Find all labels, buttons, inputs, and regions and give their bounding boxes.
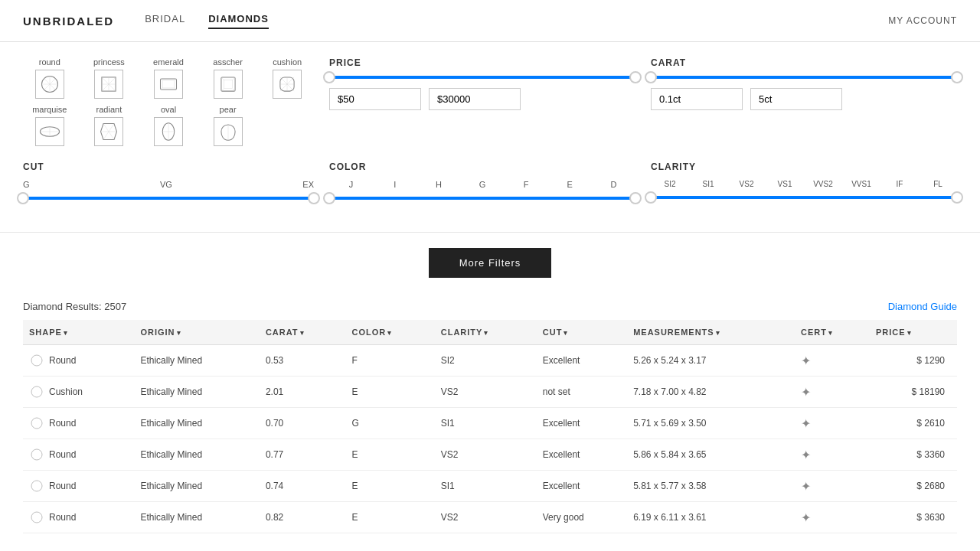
price-slider[interactable] — [329, 76, 635, 79]
nav-bridal[interactable]: BRIDAL — [145, 13, 185, 29]
shape-radiant[interactable]: radiant — [83, 105, 136, 146]
clarity-label-FL: FL — [919, 180, 957, 188]
svg-point-41 — [31, 449, 42, 460]
price-slider-left[interactable] — [323, 71, 335, 83]
nav-diamonds[interactable]: DIAMONDS — [208, 13, 269, 29]
clarity-slider-right[interactable] — [951, 191, 963, 204]
col-color[interactable]: COLOR▾ — [346, 320, 435, 345]
shape-pear[interactable]: pear — [201, 105, 255, 146]
cell-shape-1: Cushion — [23, 377, 134, 408]
shape-cell-icon-0 — [29, 353, 44, 368]
cut-label-ex: EX — [302, 180, 314, 189]
cell-origin-0: Ethically Mined — [134, 345, 259, 377]
col-cut[interactable]: CUT▾ — [537, 320, 627, 345]
svg-point-38 — [31, 355, 42, 366]
cell-measurements-0: 5.26 x 5.24 x 3.17 — [627, 345, 795, 377]
shape-label-pear: pear — [220, 105, 237, 114]
shape-princess[interactable]: princess — [83, 57, 136, 99]
shape-cell-5: Round — [29, 510, 128, 525]
shape-cell-0: Round — [29, 353, 128, 368]
shape-asscher[interactable]: asscher — [201, 57, 255, 99]
col-carat[interactable]: CARAT▾ — [260, 320, 346, 345]
clarity-label-VS1: VS1 — [766, 180, 804, 188]
price-inputs — [329, 88, 635, 110]
carat-slider[interactable] — [651, 76, 957, 79]
cut-labels: G VG EX — [23, 180, 314, 189]
color-slider-right[interactable] — [629, 192, 642, 204]
shape-cell-icon-4 — [29, 478, 44, 494]
shape-emerald[interactable]: emerald — [142, 57, 195, 99]
carat-min-input[interactable] — [651, 88, 743, 110]
carat-max-input[interactable] — [750, 88, 842, 110]
color-label-I: I — [373, 180, 416, 189]
price-slider-right[interactable] — [629, 71, 642, 83]
table-wrap: SHAPE▾ORIGIN▾CARAT▾COLOR▾CLARITY▾CUT▾MEA… — [0, 320, 980, 533]
col-measurements[interactable]: MEASUREMENTS▾ — [627, 320, 795, 345]
sort-arrow: ▾ — [300, 329, 305, 337]
cell-cut-3: Excellent — [537, 439, 627, 471]
carat-filter: CARAT — [651, 57, 957, 110]
shape-cell-4: Round — [29, 478, 128, 494]
cell-cut-1: not set — [537, 377, 627, 408]
table-row: Round Ethically Mined 0.82 E VS2 Very go… — [23, 502, 957, 533]
more-filters-button[interactable]: More Filters — [429, 248, 552, 278]
cell-color-4: E — [346, 471, 435, 502]
col-shape[interactable]: SHAPE▾ — [23, 320, 134, 345]
shape-round[interactable]: round — [23, 57, 77, 99]
sort-arrow: ▾ — [177, 329, 181, 337]
clarity-label-SI2: SI2 — [651, 180, 689, 188]
sort-arrow: ▾ — [387, 329, 392, 337]
shape-oval[interactable]: oval — [142, 105, 195, 146]
cell-carat-3: 0.77 — [260, 439, 346, 471]
col-price[interactable]: PRICE▾ — [870, 320, 957, 345]
clarity-slider[interactable] — [651, 196, 957, 199]
cut-slider-left[interactable] — [17, 192, 29, 204]
table-row: Round Ethically Mined 0.70 G SI1 Excelle… — [23, 408, 957, 439]
carat-slider-left[interactable] — [645, 71, 657, 83]
clarity-slider-left[interactable] — [645, 191, 657, 204]
col-cert[interactable]: CERT▾ — [795, 320, 870, 345]
clarity-label-IF: IF — [880, 180, 919, 188]
shape-label-emerald: emerald — [153, 57, 184, 67]
shapes-section: round princess emerald asscher cushion m… — [23, 57, 314, 146]
cell-origin-5: Ethically Mined — [134, 502, 259, 533]
results-header: Diamond Results: 2507 Diamond Guide — [0, 301, 980, 320]
cut-slider[interactable] — [23, 197, 314, 200]
cell-carat-2: 0.70 — [260, 408, 346, 439]
cut-slider-right[interactable] — [308, 192, 320, 204]
price-max-input[interactable] — [429, 88, 521, 110]
cell-cert-2: ✦ — [795, 408, 870, 439]
cell-color-0: F — [346, 345, 435, 377]
price-filter: PRICE — [329, 57, 635, 110]
diamond-guide-link[interactable]: Diamond Guide — [888, 301, 957, 312]
cell-shape-4: Round — [23, 471, 134, 502]
cell-color-1: E — [346, 377, 435, 408]
carat-slider-right[interactable] — [951, 71, 963, 83]
col-clarity[interactable]: CLARITY▾ — [435, 320, 537, 345]
svg-point-39 — [31, 386, 42, 397]
navbar: UNBRIDALED BRIDAL DIAMONDS MY ACCOUNT — [0, 0, 980, 42]
shape-marquise[interactable]: marquise — [23, 105, 77, 146]
cell-price-3: $ 3360 — [870, 439, 957, 471]
cell-price-0: $ 1290 — [870, 345, 957, 377]
cell-cert-0: ✦ — [795, 345, 870, 377]
color-slider[interactable] — [329, 197, 635, 200]
cell-carat-1: 2.01 — [260, 377, 346, 408]
cell-clarity-4: SI1 — [435, 471, 537, 502]
cell-cut-4: Excellent — [537, 471, 627, 502]
cell-color-5: E — [346, 502, 435, 533]
col-origin[interactable]: ORIGIN▾ — [134, 320, 259, 345]
color-slider-left[interactable] — [323, 192, 335, 204]
price-title: PRICE — [329, 57, 635, 68]
filter-grid: round princess emerald asscher cushion m… — [23, 57, 957, 146]
cell-cut-0: Excellent — [537, 345, 627, 377]
cell-clarity-3: VS2 — [435, 439, 537, 471]
results-count: Diamond Results: 2507 — [23, 301, 126, 312]
shape-cell-3: Round — [29, 447, 128, 462]
shape-cushion[interactable]: cushion — [260, 57, 314, 99]
my-account-link[interactable]: MY ACCOUNT — [888, 15, 957, 26]
price-min-input[interactable] — [329, 88, 421, 110]
cell-carat-0: 0.53 — [260, 345, 346, 377]
sort-arrow: ▾ — [907, 329, 912, 337]
sort-arrow: ▾ — [484, 329, 488, 337]
